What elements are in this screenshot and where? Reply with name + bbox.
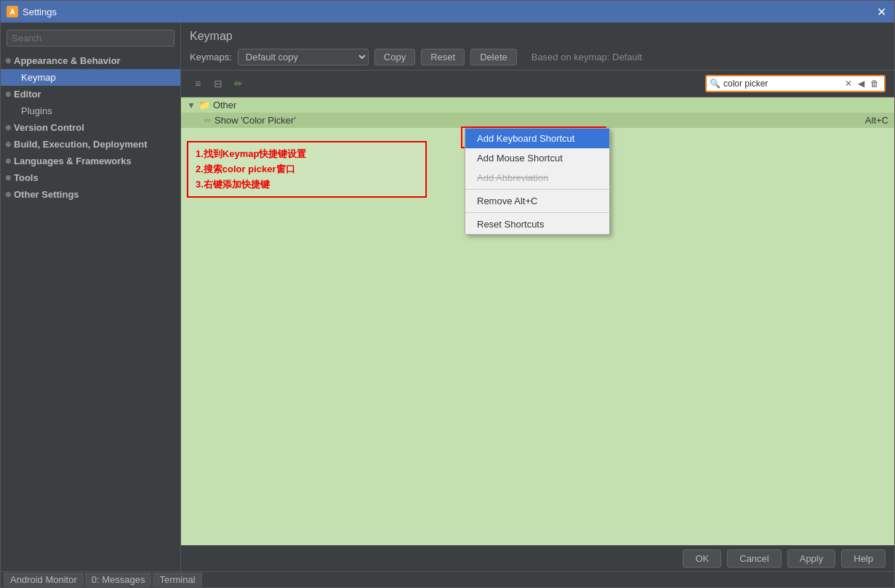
shortcut-label: Alt+C [865, 115, 888, 126]
sidebar-item-label: Tools [14, 172, 39, 183]
delete-button[interactable]: Delete [470, 49, 517, 65]
based-on-label: Based on keymap: Default [531, 52, 642, 63]
keymap-title: Keymap [190, 30, 886, 43]
sidebar-item-label: Other Settings [14, 189, 79, 200]
messages-label: 0: Messages [92, 574, 145, 585]
collapse-icon: ▼ [187, 100, 196, 110]
bottom-bar: OK Cancel Apply Help [181, 545, 894, 571]
group-label: Other [213, 100, 237, 110]
annotation-line1: 1.找到Keymap快捷键设置 [196, 147, 418, 162]
sidebar-item-label: Build, Execution, Deployment [14, 139, 147, 150]
apply-button[interactable]: Apply [787, 549, 836, 568]
cancel-button[interactable]: Cancel [727, 549, 781, 568]
sidebar-item-label: Plugins [21, 105, 52, 116]
tree-group-other[interactable]: ▼ 📁 Other [181, 97, 894, 113]
collapse-all-icon[interactable]: ⊟ [210, 76, 226, 92]
app-icon: A [7, 6, 18, 17]
expand-icon: ⊕ [5, 157, 11, 165]
keymap-selector[interactable]: Default copy [238, 49, 369, 65]
folder-icon: 📁 [198, 100, 210, 110]
sidebar-item-other-settings[interactable]: ⊕ Other Settings [1, 186, 180, 203]
expand-icon: ⊕ [5, 140, 11, 148]
context-add-keyboard[interactable]: Add Keyboard Shortcut [465, 129, 609, 148]
help-button[interactable]: Help [841, 549, 886, 568]
status-tab-messages[interactable]: 0: Messages [85, 573, 152, 587]
keymaps-label: Keymaps: [190, 52, 232, 63]
search-next-icon[interactable]: 🗑 [868, 78, 881, 89]
search-icon: 🔍 [710, 78, 721, 89]
sidebar-search-input[interactable] [7, 30, 174, 47]
sidebar-item-editor[interactable]: ⊕ Editor [1, 86, 180, 102]
status-tab-terminal[interactable]: Terminal [153, 573, 201, 587]
context-reset-shortcuts[interactable]: Reset Shortcuts [465, 214, 609, 234]
context-menu: Add Keyboard Shortcut Add Mouse Shortcut… [465, 128, 610, 235]
sidebar-item-plugins[interactable]: Plugins [1, 102, 180, 119]
sidebar-item-version-control[interactable]: ⊕ Version Control [1, 119, 180, 136]
search-prev-icon[interactable]: ◀ [856, 78, 867, 89]
keymap-search-box: 🔍 color picker ✕ ◀ 🗑 [705, 75, 886, 92]
title-bar: A Settings ✕ [1, 1, 894, 23]
sidebar-item-build[interactable]: ⊕ Build, Execution, Deployment [1, 136, 180, 153]
expand-icon: ⊕ [5, 124, 11, 132]
right-panel: Keymap Keymaps: Default copy Copy Reset … [181, 23, 894, 571]
terminal-label: Terminal [159, 574, 195, 585]
sidebar-item-label: Appearance & Behavior [14, 55, 121, 66]
tree-item-color-picker[interactable]: ✏ Show 'Color Picker' Alt+C [181, 113, 894, 128]
sidebar: ⊕ Appearance & Behavior Keymap ⊕ Editor … [1, 23, 181, 571]
context-separator [465, 189, 609, 190]
status-tab-android[interactable]: Android Monitor [4, 573, 84, 587]
context-add-mouse[interactable]: Add Mouse Shortcut [465, 148, 609, 168]
annotation-box: 1.找到Keymap快捷键设置 2.搜索color picker窗口 3.右键添… [187, 141, 427, 198]
expand-icon: ⊕ [5, 57, 11, 65]
sidebar-item-tools[interactable]: ⊕ Tools [1, 169, 180, 186]
toolbar-row: ≡ ⊟ ✏ 🔍 color picker ✕ ◀ 🗑 [181, 71, 894, 97]
expand-all-icon[interactable]: ≡ [190, 76, 206, 92]
expand-icon: ⊕ [5, 90, 11, 98]
sidebar-item-keymap[interactable]: Keymap [1, 69, 180, 86]
item-label: Show 'Color Picker' [214, 115, 296, 126]
item-icon: ✏ [204, 116, 212, 126]
tree-area: ▼ 📁 Other ✏ Show 'Color Picker' Alt+C 1.… [181, 97, 894, 545]
expand-icon: ⊕ [5, 190, 11, 198]
sidebar-item-label: Keymap [21, 72, 56, 83]
sidebar-item-languages[interactable]: ⊕ Languages & Frameworks [1, 153, 180, 169]
sidebar-item-appearance[interactable]: ⊕ Appearance & Behavior [1, 52, 180, 69]
copy-button[interactable]: Copy [374, 49, 415, 65]
window-title: Settings [23, 7, 57, 17]
context-add-abbreviation[interactable]: Add Abbreviation [465, 168, 609, 188]
context-remove-altc[interactable]: Remove Alt+C [465, 191, 609, 211]
annotation-line3: 3.右键添加快捷键 [196, 177, 418, 193]
keymap-search-input[interactable]: color picker [723, 78, 840, 89]
close-button[interactable]: ✕ [874, 4, 888, 19]
sidebar-item-label: Version Control [14, 122, 84, 133]
reset-button[interactable]: Reset [421, 49, 465, 65]
keymap-header: Keymap Keymaps: Default copy Copy Reset … [181, 23, 894, 71]
edit-icon[interactable]: ✏ [230, 76, 246, 92]
context-separator-2 [465, 212, 609, 213]
ok-button[interactable]: OK [683, 549, 721, 568]
annotation-line2: 2.搜索color picker窗口 [196, 162, 418, 177]
expand-icon: ⊕ [5, 174, 11, 182]
sidebar-item-label: Languages & Frameworks [14, 156, 132, 166]
sidebar-item-label: Editor [14, 89, 41, 100]
android-monitor-label: Android Monitor [10, 574, 77, 585]
clear-search-icon[interactable]: ✕ [843, 78, 854, 89]
status-bar: Android Monitor 0: Messages Terminal [1, 571, 894, 587]
